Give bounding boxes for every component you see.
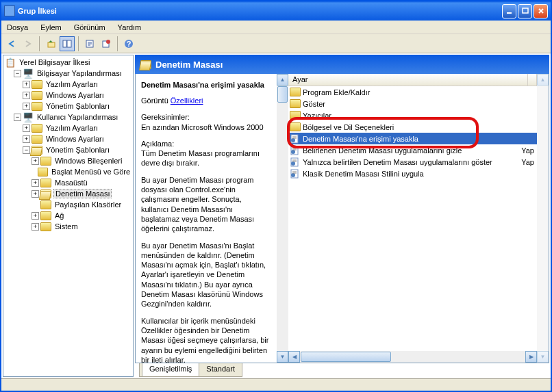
col-2[interactable] [528, 74, 537, 86]
expand-icon[interactable]: − [14, 70, 21, 77]
statusbar [1, 378, 551, 391]
tree-pane[interactable]: 📋Yerel Bilgisayar İlkesi −🖥️Bilgisayar Y… [3, 55, 134, 377]
tab-standard[interactable]: Standart [199, 363, 242, 377]
tree-item[interactable]: +Windows Ayarları [5, 133, 131, 144]
properties-link[interactable]: Özellikleri [171, 96, 203, 105]
export-button[interactable] [99, 36, 114, 51]
folder-icon [32, 135, 42, 144]
svg-point-11 [291, 138, 295, 142]
help-button[interactable]: ? [121, 36, 136, 51]
desc-scrollbar[interactable]: ▲▼ [277, 74, 288, 363]
list-item[interactable]: Program Ekle/Kaldır [288, 86, 537, 98]
expand-icon[interactable]: + [32, 157, 39, 165]
list-item[interactable]: Bölgesel ve Dil Seçenekleri [288, 121, 537, 133]
tree-item[interactable]: Paylaşılan Klasörler [5, 199, 131, 210]
folder-icon [40, 222, 51, 231]
menu-action[interactable]: Eylem [40, 23, 62, 31]
folder-icon [40, 200, 51, 209]
menu-file[interactable]: Dosya [7, 23, 28, 31]
titlebar[interactable]: Grup İlkesi [1, 1, 551, 21]
tree-item[interactable]: +Yazılım Ayarları [5, 122, 131, 133]
tree-item[interactable]: +Yönetim Şablonları [5, 101, 131, 112]
list-header[interactable]: Ayar [288, 74, 537, 86]
expand-icon[interactable]: + [23, 81, 30, 88]
tab-extended[interactable]: Genişletilmiş [142, 363, 199, 377]
policy-icon [290, 169, 301, 179]
tree-item[interactable]: −🖥️Bilgisayar Yapılandırması [5, 68, 131, 79]
folder-icon [32, 91, 42, 100]
scroll-up-icon[interactable]: ▲ [277, 74, 288, 86]
close-button[interactable] [534, 4, 548, 18]
folder-icon [32, 80, 42, 89]
policy-icon [290, 146, 301, 155]
folder-icon [290, 122, 301, 131]
tree-item[interactable]: +Denetim Masası [5, 188, 131, 199]
console-tree-button[interactable] [60, 36, 75, 51]
expand-icon[interactable]: + [32, 190, 39, 198]
tree-item[interactable]: +Masaüstü [5, 177, 131, 188]
main-title: Denetim Masası [155, 60, 223, 70]
list-item[interactable]: Denetim Masası'na erişimi yasakla [288, 133, 537, 144]
expand-icon[interactable]: + [23, 92, 30, 99]
menu-view[interactable]: Görünüm [74, 23, 105, 31]
scroll-down-icon[interactable]: ▼ [277, 351, 288, 363]
tree-item[interactable]: +Yazılım Ayarları [5, 79, 131, 90]
minimize-button[interactable] [502, 4, 516, 18]
app-icon [4, 5, 15, 16]
svg-point-17 [291, 173, 295, 177]
list-vscrollbar[interactable]: ▲▼ [537, 74, 549, 363]
tree-item[interactable]: −Yönetim Şablonları [5, 144, 131, 155]
svg-rect-1 [523, 8, 528, 13]
expand-icon[interactable]: + [32, 212, 39, 220]
folder-icon [32, 124, 42, 133]
list-pane: Ayar Program Ekle/KaldırGösterYazıcılarB… [288, 74, 537, 363]
folder-icon [40, 211, 51, 220]
expand-icon[interactable]: + [23, 135, 30, 143]
folder-open-icon [32, 146, 42, 155]
description-pane: Denetim Masası'na erişimi yasakla Görünt… [136, 74, 277, 363]
expand-icon[interactable]: − [23, 146, 30, 154]
svg-text:?: ? [127, 40, 131, 48]
up-button[interactable] [43, 36, 58, 51]
list-item[interactable]: Yalnızca belirtilen Denetim Masası uygul… [288, 156, 537, 168]
expand-icon[interactable]: + [32, 223, 39, 231]
scroll-left-icon[interactable]: ◀ [288, 351, 300, 363]
list-item[interactable]: Yazıcılar [288, 109, 537, 121]
expand-icon[interactable]: − [14, 114, 21, 121]
svg-rect-4 [67, 40, 71, 47]
folder-icon [38, 168, 48, 177]
folder-icon [290, 111, 301, 120]
menu-help[interactable]: Yardım [118, 23, 142, 31]
properties-button[interactable] [82, 36, 97, 51]
scroll-right-icon[interactable]: ▶ [525, 351, 537, 363]
folder-open-icon [140, 60, 151, 69]
config-icon: 🖥️ [23, 68, 34, 79]
back-button[interactable] [4, 36, 19, 51]
list-hscrollbar[interactable]: ◀▶ [288, 351, 537, 363]
list-item[interactable]: Göster [288, 98, 537, 109]
tree-root[interactable]: 📋Yerel Bilgisayar İlkesi [5, 57, 131, 68]
tree-item[interactable]: Başlat Menüsü ve Göre [5, 166, 131, 177]
expand-icon[interactable]: + [23, 125, 30, 132]
folder-open-icon [40, 190, 51, 198]
col-ayar[interactable]: Ayar [288, 74, 528, 86]
tree-item[interactable]: +Sistem [5, 221, 131, 232]
tree-item[interactable]: +Windows Ayarları [5, 90, 131, 101]
main-header: Denetim Masası [135, 55, 549, 74]
svg-rect-0 [507, 12, 512, 14]
maximize-button[interactable] [518, 4, 532, 18]
tree-item[interactable]: −🖥️Kullanıcı Yapılandırması [5, 112, 131, 122]
list-item[interactable]: Klasik Denetim Masası Stilini uygula [288, 168, 537, 179]
tabstrip: Genişletilmiş Standart [135, 363, 549, 377]
svg-rect-3 [63, 40, 66, 47]
svg-point-13 [291, 150, 295, 154]
forward-button[interactable] [21, 36, 36, 51]
expand-icon[interactable]: + [32, 179, 39, 187]
tree-item[interactable]: +Windows Bileşenleri [5, 155, 131, 166]
folder-icon [40, 179, 51, 187]
expand-icon[interactable]: + [23, 103, 30, 110]
svg-point-15 [291, 161, 295, 166]
folder-icon [290, 99, 301, 108]
tree-item[interactable]: +Ağ [5, 210, 131, 221]
list-item[interactable]: Belirlenen Denetim Masası uygulamalarını… [288, 144, 537, 156]
